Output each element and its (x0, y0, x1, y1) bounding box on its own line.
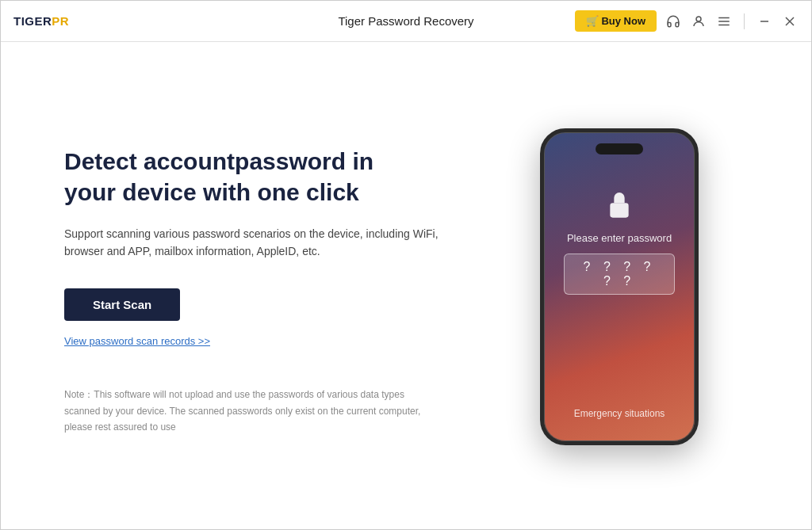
headphone-icon[interactable] (665, 13, 682, 30)
phone-screen-content: Please enter password ? ? ? ? ? ? (544, 186, 695, 295)
headline-line2: your device with one click (64, 179, 359, 205)
note-text: Note：This software will not upload and u… (64, 387, 437, 435)
headline: Detect accountpassword in your device wi… (64, 146, 508, 208)
titlebar-actions: 🛒 Buy Now (575, 10, 799, 32)
lock-svg (603, 189, 635, 220)
left-panel: Detect accountpassword in your device wi… (64, 138, 508, 436)
titlebar-divider (744, 13, 745, 29)
menu-icon[interactable] (715, 13, 733, 30)
titlebar: TIGERPR Tiger Password Recovery 🛒 Buy No… (1, 1, 811, 42)
volume-up-button (540, 204, 542, 221)
minimize-button[interactable] (756, 13, 773, 30)
window-title: Tiger Password Recovery (338, 14, 473, 28)
svg-rect-7 (610, 203, 628, 217)
user-icon[interactable] (690, 13, 707, 30)
lock-icon (601, 186, 638, 223)
emergency-situations-label: Emergency situations (574, 408, 665, 419)
close-button[interactable] (781, 13, 799, 30)
please-enter-password-label: Please enter password (567, 232, 672, 244)
subtext: Support scanning various password scenar… (64, 225, 445, 261)
main-content: Detect accountpassword in your device wi… (1, 42, 811, 530)
app-logo: TIGERPR (13, 14, 69, 28)
phone-mockup: Please enter password ? ? ? ? ? ? Emerge… (540, 128, 699, 445)
headline-line1: Detect accountpassword in (64, 148, 373, 174)
svg-point-0 (696, 17, 701, 21)
buy-now-button[interactable]: 🛒 Buy Now (575, 10, 657, 32)
start-scan-button[interactable]: Start Scan (64, 288, 180, 321)
logo-pr-text: PR (52, 14, 69, 28)
volume-down-button (540, 227, 542, 245)
right-panel: Please enter password ? ? ? ? ? ? Emerge… (540, 128, 699, 445)
power-button (697, 219, 699, 250)
logo-tiger-text: TIGER (13, 14, 52, 28)
password-field-mock: ? ? ? ? ? ? (564, 254, 675, 295)
view-records-link[interactable]: View password scan records >> (64, 335, 508, 347)
dynamic-island (596, 143, 643, 154)
